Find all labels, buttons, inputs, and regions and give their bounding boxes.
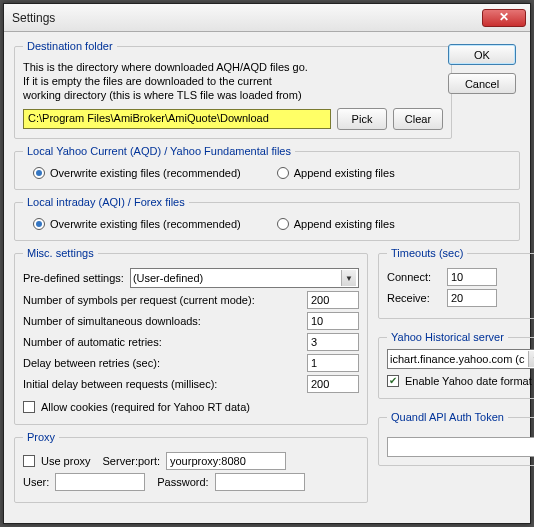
yahoo-datefix-checkbox[interactable] [387,375,399,387]
aqd-group: Local Yahoo Current (AQD) / Yahoo Fundam… [14,145,520,190]
proxy-group: Proxy Use proxy Server:port: User: Passw… [14,431,368,503]
destination-help-text: This is the directory where downloaded A… [23,60,443,102]
serverport-input[interactable] [166,452,286,470]
delay-input[interactable] [307,354,359,372]
proxy-password-label: Password: [157,476,208,488]
proxy-password-input[interactable] [215,473,305,491]
proxy-user-input[interactable] [55,473,145,491]
allow-cookies-label: Allow cookies (required for Yahoo RT dat… [41,401,250,413]
clear-button[interactable]: Clear [393,108,443,130]
close-icon[interactable]: ✕ [482,9,526,27]
radio-label: Overwrite existing files (recommended) [50,218,241,230]
radio-icon [277,218,289,230]
yhist-server-value: ichart.finance.yahoo.com (c [390,353,525,365]
aqi-legend: Local intraday (AQI) / Forex files [23,196,189,208]
timeouts-group: Timeouts (sec) Connect: Receive: [378,247,534,319]
radio-label: Append existing files [294,167,395,179]
timeouts-legend: Timeouts (sec) [387,247,467,259]
yhist-legend: Yahoo Historical server [387,331,508,343]
predefined-value: (User-defined) [133,272,203,284]
nret-label: Number of automatic retries: [23,336,301,348]
aqd-overwrite-radio[interactable]: Overwrite existing files (recommended) [33,167,241,179]
destination-path-display: C:\Program Files\AmiBroker\AmiQuote\Down… [23,109,331,129]
settings-window: Settings ✕ OK Cancel Destination folder … [3,3,531,524]
titlebar: Settings ✕ [4,4,530,32]
serverport-label: Server:port: [103,455,160,467]
destination-folder-legend: Destination folder [23,40,117,52]
client-area: OK Cancel Destination folder This is the… [4,32,530,523]
receive-input[interactable] [447,289,497,307]
pick-button[interactable]: Pick [337,108,387,130]
allow-cookies-checkbox[interactable] [23,401,35,413]
proxy-user-label: User: [23,476,49,488]
quandl-legend: Quandl API Auth Token [387,411,508,423]
aqi-overwrite-radio[interactable]: Overwrite existing files (recommended) [33,218,241,230]
radio-label: Append existing files [294,218,395,230]
ndl-input[interactable] [307,312,359,330]
yhist-server-select[interactable]: ichart.finance.yahoo.com (c ▼ [387,349,534,369]
radio-icon [277,167,289,179]
nsym-label: Number of symbols per request (current m… [23,294,301,306]
cancel-button[interactable]: Cancel [448,73,516,94]
destination-folder-group: Destination folder This is the directory… [14,40,452,139]
misc-settings-group: Misc. settings Pre-defined settings: (Us… [14,247,368,425]
proxy-legend: Proxy [23,431,59,443]
predefined-select[interactable]: (User-defined) ▼ [130,268,359,288]
aqi-group: Local intraday (AQI) / Forex files Overw… [14,196,520,241]
connect-input[interactable] [447,268,497,286]
aqd-legend: Local Yahoo Current (AQD) / Yahoo Fundam… [23,145,295,157]
aqd-append-radio[interactable]: Append existing files [277,167,395,179]
use-proxy-label: Use proxy [41,455,91,467]
chevron-down-icon: ▼ [528,351,534,367]
nret-input[interactable] [307,333,359,351]
window-title: Settings [12,11,55,25]
chevron-down-icon: ▼ [341,270,356,286]
ndl-label: Number of simultaneous downloads: [23,315,301,327]
ok-button[interactable]: OK [448,44,516,65]
nsym-input[interactable] [307,291,359,309]
quandl-group: Quandl API Auth Token [378,411,534,466]
aqi-append-radio[interactable]: Append existing files [277,218,395,230]
initdelay-input[interactable] [307,375,359,393]
delay-label: Delay between retries (sec): [23,357,301,369]
receive-label: Receive: [387,292,441,304]
misc-legend: Misc. settings [23,247,98,259]
quandl-token-input[interactable] [387,437,534,457]
radio-label: Overwrite existing files (recommended) [50,167,241,179]
connect-label: Connect: [387,271,441,283]
radio-icon [33,167,45,179]
radio-icon [33,218,45,230]
predefined-label: Pre-defined settings: [23,272,124,284]
yahoo-historical-group: Yahoo Historical server ichart.finance.y… [378,331,534,399]
initdelay-label: Initial delay between requests (millisec… [23,378,301,390]
yahoo-datefix-label: Enable Yahoo date format fix [405,375,534,387]
use-proxy-checkbox[interactable] [23,455,35,467]
